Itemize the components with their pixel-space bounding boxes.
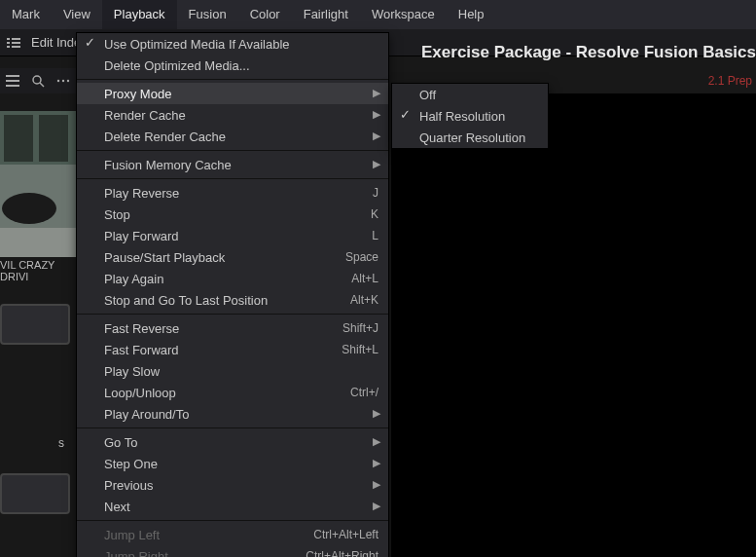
- chevron-right-icon: ▶: [373, 108, 380, 121]
- project-title: Exercise Package - Resolve Fusion Basics: [421, 43, 756, 62]
- menu-go-to[interactable]: Go To ▶: [77, 431, 388, 453]
- svg-rect-5: [12, 46, 20, 48]
- menu-previous[interactable]: Previous ▶: [77, 474, 388, 496]
- svg-point-18: [2, 193, 56, 224]
- svg-rect-2: [7, 42, 10, 44]
- svg-rect-7: [6, 80, 19, 82]
- edit-index-icon[interactable]: [0, 29, 27, 56]
- menu-delete-render-cache[interactable]: Delete Render Cache ▶: [77, 126, 388, 147]
- menu-item-label: Loop/Unloop: [104, 386, 176, 400]
- clip-thumbnail-label: VIL CRAZY DRIVI: [0, 259, 76, 282]
- bin-label-suffix: s: [58, 436, 64, 450]
- menu-item-label: Proxy Mode: [104, 87, 171, 101]
- menu-item-label: Use Optimized Media If Available: [104, 37, 290, 52]
- menu-item-label: Previous: [104, 478, 154, 493]
- menu-proxy-mode[interactable]: Proxy Mode ▶: [77, 83, 388, 104]
- menu-step-one[interactable]: Step One ▶: [77, 453, 388, 474]
- menu-play-again[interactable]: Play Again Alt+L: [77, 268, 388, 289]
- chevron-right-icon: ▶: [373, 457, 380, 469]
- menu-item-label: Stop: [104, 207, 130, 222]
- menu-fusion-memory-cache[interactable]: Fusion Memory Cache ▶: [77, 154, 388, 175]
- menu-item-label: Fast Reverse: [104, 321, 179, 336]
- menu-stop[interactable]: Stop K: [77, 204, 388, 225]
- menu-shortcut: Ctrl+/: [331, 386, 378, 399]
- menu-fairlight[interactable]: Fairlight: [292, 0, 360, 29]
- menu-delete-optimized-media[interactable]: Delete Optimized Media...: [77, 55, 388, 76]
- menu-shortcut: L: [352, 229, 378, 242]
- menu-fusion[interactable]: Fusion: [177, 0, 238, 29]
- edit-index-label: Edit Inde: [27, 35, 81, 50]
- svg-rect-17: [39, 115, 68, 162]
- svg-rect-4: [7, 46, 10, 48]
- chevron-right-icon: ▶: [373, 130, 380, 142]
- menu-view[interactable]: View: [52, 0, 102, 29]
- menu-item-label: Jump Right: [104, 549, 168, 558]
- media-toolbar: [0, 68, 76, 93]
- menu-fast-reverse[interactable]: Fast Reverse Shift+J: [77, 317, 388, 339]
- menu-play-around-to[interactable]: Play Around/To ▶: [77, 403, 388, 425]
- svg-rect-0: [7, 38, 10, 40]
- bin-item-1[interactable]: [0, 304, 70, 345]
- menu-workspace[interactable]: Workspace: [360, 0, 447, 29]
- menubar: Mark View Playback Fusion Color Fairligh…: [0, 0, 756, 29]
- menu-shortcut: Ctrl+Alt+Right: [286, 549, 378, 557]
- menu-playback[interactable]: Playback: [102, 0, 177, 29]
- menu-fast-forward[interactable]: Fast Forward Shift+L: [77, 339, 388, 360]
- chevron-right-icon: ▶: [373, 435, 380, 448]
- menu-stop-goto-last[interactable]: Stop and Go To Last Position Alt+K: [77, 289, 388, 311]
- menu-play-forward[interactable]: Play Forward L: [77, 225, 388, 246]
- menu-play-slow[interactable]: Play Slow: [77, 360, 388, 382]
- menu-shortcut: Alt+L: [332, 272, 378, 285]
- menu-separator: [77, 178, 388, 179]
- menu-jump-left: Jump Left Ctrl+Alt+Left: [77, 524, 388, 545]
- menu-item-label: Play Slow: [104, 364, 160, 379]
- menu-render-cache[interactable]: Render Cache ▶: [77, 104, 388, 126]
- options-icon[interactable]: [51, 67, 76, 94]
- chevron-right-icon: ▶: [373, 500, 380, 512]
- menu-item-label: Next: [104, 500, 130, 514]
- proxy-half-resolution[interactable]: ✓ Half Resolution: [392, 105, 548, 127]
- check-icon: ✓: [85, 35, 95, 50]
- menu-play-reverse[interactable]: Play Reverse J: [77, 182, 388, 204]
- menu-separator: [77, 427, 388, 428]
- menu-shortcut: J: [353, 186, 378, 200]
- menu-mark[interactable]: Mark: [0, 0, 52, 29]
- clip-thumbnail[interactable]: [0, 111, 76, 257]
- menu-item-label: Quarter Resolution: [419, 130, 525, 145]
- proxy-off[interactable]: Off: [392, 84, 548, 105]
- bin-item-2[interactable]: [0, 473, 70, 514]
- list-view-icon[interactable]: [0, 67, 25, 94]
- menu-next[interactable]: Next ▶: [77, 496, 388, 517]
- menu-separator: [77, 150, 388, 151]
- menu-pause-start[interactable]: Pause/Start Playback Space: [77, 246, 388, 268]
- menu-item-label: Fast Forward: [104, 343, 179, 357]
- menu-loop-unloop[interactable]: Loop/Unloop Ctrl+/: [77, 382, 388, 403]
- menu-item-label: Stop and Go To Last Position: [104, 293, 268, 308]
- menu-item-label: Play Around/To: [104, 407, 189, 422]
- proxy-mode-submenu: Off ✓ Half Resolution Quarter Resolution: [391, 83, 549, 149]
- viewer-area: [391, 93, 756, 557]
- proxy-quarter-resolution[interactable]: Quarter Resolution: [392, 127, 548, 148]
- svg-rect-8: [6, 85, 19, 87]
- svg-point-9: [33, 76, 41, 84]
- menu-color[interactable]: Color: [238, 0, 292, 29]
- svg-point-11: [57, 80, 59, 82]
- menu-separator: [77, 314, 388, 315]
- menu-shortcut: Shift+J: [323, 321, 378, 335]
- menu-item-label: Delete Render Cache: [104, 130, 226, 144]
- chevron-right-icon: ▶: [373, 158, 380, 170]
- chevron-right-icon: ▶: [373, 87, 380, 99]
- chevron-right-icon: ▶: [373, 478, 380, 491]
- menu-item-label: Step One: [104, 457, 158, 471]
- menu-separator: [77, 79, 388, 80]
- menu-item-label: Pause/Start Playback: [104, 250, 225, 265]
- menu-shortcut: Shift+L: [322, 343, 378, 356]
- playback-menu: ✓ Use Optimized Media If Available Delet…: [76, 32, 389, 557]
- clip-badge: 2.1 Prep: [708, 74, 752, 88]
- svg-rect-6: [6, 75, 19, 77]
- menu-shortcut: Ctrl+Alt+Left: [294, 528, 378, 541]
- menu-use-optimized-media[interactable]: ✓ Use Optimized Media If Available: [77, 33, 388, 55]
- search-icon[interactable]: [25, 67, 51, 94]
- menu-help[interactable]: Help: [447, 0, 496, 29]
- menu-shortcut: K: [351, 207, 378, 221]
